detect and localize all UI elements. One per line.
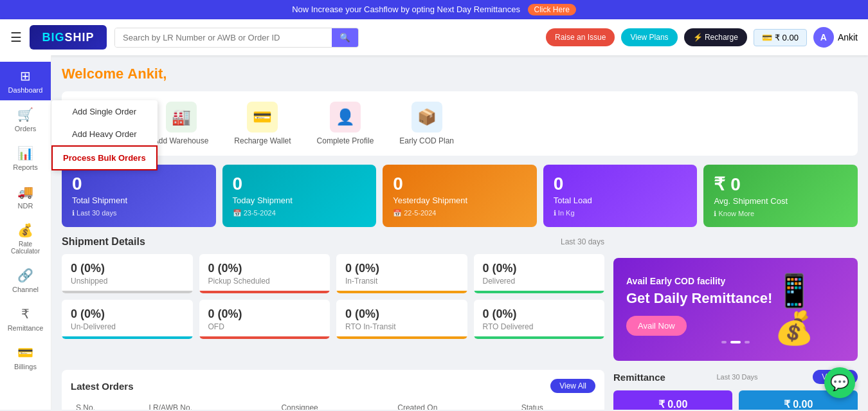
remittance-title: Remittance (613, 372, 665, 383)
mid-row: Shipment Details Last 30 days 0 (0%) Uns… (62, 236, 858, 361)
detail-ofd-label: OFD (208, 322, 321, 331)
search-input[interactable] (115, 28, 332, 47)
whatsapp-float-button[interactable]: 💬 (824, 367, 855, 398)
sidebar-label-ndr: NDR (18, 202, 33, 210)
stat-today-value: 0 (233, 174, 366, 194)
detail-rto-del-value: 0 (0%) (483, 307, 596, 321)
dot-1 (721, 341, 727, 343)
sidebar-label-orders: Orders (15, 125, 37, 132)
view-all-orders-button[interactable]: View All (550, 379, 595, 393)
rate-calc-icon: 💰 (17, 223, 33, 238)
sidebar-label-channel: Channel (12, 286, 39, 293)
quick-actions-card: 🧮 Rate Calculator 🏭 Add Warehouse 💳 Rech… (62, 91, 858, 156)
detail-rto-it-label: RTO In-Transit (345, 322, 458, 331)
stat-avg-value: ₹ 0 (714, 174, 847, 195)
sidebar-item-orders[interactable]: 🛒 Orders Add Single Order Add Heavy Orde… (0, 100, 51, 139)
avail-now-button[interactable]: Avail Now (626, 316, 687, 336)
table-header-row: S.No. LR/AWB No. Consignee Created On St… (71, 399, 595, 410)
detail-rto-intransit: 0 (0%) RTO In-Transit (336, 300, 467, 339)
stat-total-meta: ℹ Last 30 days (72, 209, 206, 217)
sidebar-item-rate-calculator[interactable]: 💰 Rate Calculator (0, 216, 51, 261)
orders-dropdown: Add Single Order Add Heavy Order Process… (51, 100, 158, 170)
qa-warehouse-label: Add Warehouse (154, 136, 209, 145)
logo: BIGSHIP (30, 25, 107, 50)
sidebar-item-ndr[interactable]: 🚚 NDR (0, 178, 51, 216)
hamburger-icon[interactable]: ☰ (10, 30, 22, 45)
stat-load-value: 0 (554, 174, 687, 194)
col-sno: S.No. (71, 399, 143, 410)
user-menu[interactable]: A Ankit (813, 27, 858, 48)
stat-total-label: Total Shipment (72, 196, 206, 205)
sidebar-item-remittance[interactable]: ₹ Remittance (0, 300, 51, 338)
stat-load-meta: ℹ In Kg (554, 209, 687, 217)
stat-yesterday-label: Yesterday Shipment (393, 196, 527, 205)
dashboard-icon: ⊞ (20, 68, 31, 84)
user-avatar: A (813, 27, 834, 48)
detail-delivered: 0 (0%) Delivered (474, 254, 605, 293)
remittance-icon: ₹ (21, 306, 30, 322)
cod-illustration: 📱💰 (774, 264, 851, 354)
detail-intransit: 0 (0%) In-Transit (336, 254, 467, 293)
search-button[interactable]: 🔍 (332, 28, 358, 47)
sidebar-label-dashboard: Dashboard (8, 86, 43, 94)
detail-undelivered: 0 (0%) Un-Delivered (62, 300, 193, 339)
orders-table-head: S.No. LR/AWB No. Consignee Created On St… (71, 399, 595, 410)
detail-undelivered-label: Un-Delivered (71, 322, 184, 331)
add-heavy-order-item[interactable]: Add Heavy Order (51, 123, 158, 145)
detail-rto-it-value: 0 (0%) (345, 307, 458, 321)
qa-complete-profile[interactable]: 👤 Complete Profile (317, 102, 374, 145)
qa-recharge-wallet[interactable]: 💳 Recharge Wallet (234, 102, 291, 145)
header-actions: Raise an Issue View Plans Recharge 💳 ₹ 0… (546, 27, 858, 48)
view-plans-button[interactable]: View Plans (621, 28, 677, 46)
detail-unshipped-label: Unshipped (71, 277, 184, 286)
stat-load-label: Total Load (554, 196, 687, 205)
cod-banner: Avail Early COD facility Get Daily Remit… (613, 258, 858, 361)
detail-ofd-value: 0 (0%) (208, 307, 321, 321)
sidebar-item-channel[interactable]: 🔗 Channel (0, 261, 51, 300)
add-single-order-item[interactable]: Add Single Order (51, 100, 158, 123)
search-bar: 🔍 (114, 28, 359, 48)
main-content: Welcome Ankit, 🧮 Rate Calculator 🏭 Add W… (51, 55, 868, 410)
detail-unshipped: 0 (0%) Unshipped (62, 254, 193, 293)
stat-yesterday-meta: 📅 22-5-2024 (393, 209, 527, 217)
detail-delivered-label: Delivered (483, 277, 596, 286)
col-lr: LR/AWB No. (143, 399, 276, 410)
qa-early-cod[interactable]: 📦 Early COD Plan (399, 102, 454, 145)
sidebar-item-reports[interactable]: 📊 Reports (0, 139, 51, 178)
main-layout: ⊞ Dashboard 🛒 Orders Add Single Order Ad… (0, 55, 868, 410)
stat-yesterday-shipment: 0 Yesterday Shipment 📅 22-5-2024 (383, 165, 537, 227)
orders-icon: 🛒 (17, 107, 33, 122)
detail-delivered-value: 0 (0%) (483, 262, 596, 275)
stat-yesterday-value: 0 (393, 174, 527, 194)
detail-undelivered-value: 0 (0%) (71, 307, 184, 321)
wallet-badge: 💳 ₹ 0.00 (754, 29, 807, 46)
qa-profile-label: Complete Profile (317, 136, 374, 145)
recharge-button[interactable]: Recharge (684, 28, 747, 46)
process-bulk-orders-item[interactable]: Process Bulk Orders (51, 145, 158, 170)
stat-today-meta: 📅 23-5-2024 (233, 209, 366, 217)
col-status: Status (516, 399, 595, 410)
raise-issue-button[interactable]: Raise an Issue (546, 28, 615, 46)
shipment-details-meta: Last 30 days (561, 237, 604, 246)
banner-text: Now Increase your Cashflow by opting Nex… (292, 5, 520, 14)
detail-intransit-label: In-Transit (345, 277, 458, 286)
shipment-details-section: Shipment Details Last 30 days 0 (0%) Uns… (62, 236, 604, 361)
details-grid: 0 (0%) Unshipped 0 (0%) Pickup Scheduled… (62, 254, 604, 339)
stat-avg-meta: ℹ Know More (714, 210, 847, 218)
sidebar: ⊞ Dashboard 🛒 Orders Add Single Order Ad… (0, 55, 51, 410)
orders-table-wrap: S.No. LR/AWB No. Consignee Created On St… (71, 399, 595, 410)
detail-rto-del-label: RTO Delivered (483, 322, 596, 331)
remittance-cards: ₹ 0.00 ₹ 0.00 (613, 390, 858, 410)
sidebar-item-dashboard[interactable]: ⊞ Dashboard (0, 62, 51, 100)
dot-2 (730, 341, 741, 343)
stats-row: 0 Total Shipment ℹ Last 30 days 0 Today … (62, 165, 858, 227)
qa-profile-icon: 👤 (330, 102, 361, 132)
detail-pickup-label: Pickup Scheduled (208, 277, 321, 286)
sidebar-item-billings[interactable]: 💳 Billings (0, 338, 51, 377)
banner-cta[interactable]: Click Here (528, 4, 576, 15)
cod-banner-section: Avail Early COD facility Get Daily Remit… (613, 236, 858, 361)
qa-add-warehouse[interactable]: 🏭 Add Warehouse (154, 102, 209, 145)
stat-today-label: Today Shipment (233, 196, 366, 205)
stat-total-load: 0 Total Load ℹ In Kg (543, 165, 698, 227)
detail-unshipped-value: 0 (0%) (71, 262, 184, 275)
